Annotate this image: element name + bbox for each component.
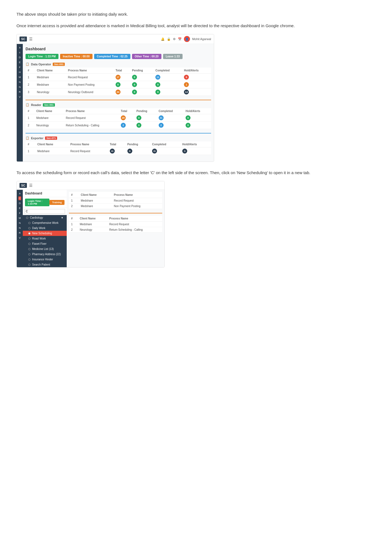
sidebar2-d[interactable]: D [18,201,21,205]
row-completed: 0 [153,81,182,88]
sidebar2-r[interactable]: R [18,231,21,235]
row-client: Medshare [35,74,66,81]
row-total: 17 [113,74,130,81]
sidebar-n2[interactable]: N [18,85,21,89]
reader-table-2: # Client Name Process Name 1 Medshare Re… [69,216,162,233]
row-process[interactable]: Record Request [64,114,119,122]
search-patient-label: Search Patient [32,263,50,266]
dropdown-comprehensive[interactable]: Comprehensive Work [23,220,67,225]
row-process: Non Payment Posting [112,204,162,209]
hold-badge: 14 [184,90,189,94]
dropdown-road-work[interactable]: Road Work [23,236,67,241]
sidebar2-v[interactable]: V [18,236,21,240]
table-header-row-2: # Client Name Process Name Total Pending… [26,108,211,114]
dropdown-pharmacy[interactable]: Pharmacy Address (22) [23,252,67,257]
sidebar-f[interactable]: F [18,65,21,69]
sidebar2-n2[interactable]: N [18,226,21,230]
radio-fiaset [28,243,30,245]
row-process[interactable]: Non Payment Posting [66,81,113,88]
user-avatar[interactable]: 👤 [184,36,190,42]
daily-label: Daily Work [32,227,45,230]
header-right: 🔔 🔒 ⚙ 📅 👤 Mohit Agarwal [161,36,211,42]
calendar-icon[interactable]: 📅 [178,37,182,41]
sidebar2-c[interactable]: C [18,196,21,200]
row-total: m [108,147,125,155]
search-input[interactable] [24,209,65,214]
row-process[interactable]: Record Request [66,74,113,81]
col-completed: Completed [150,141,180,147]
radio-pharmacy [28,253,30,255]
row-process[interactable]: Record Request [107,222,162,227]
training-badge: Training [49,200,65,205]
completed-badge: 0 [155,82,160,87]
completed-time-badge: Completed Time : 02:25 [94,54,130,59]
row-completed: m [150,147,180,155]
row-process[interactable]: Record Request [112,198,162,204]
row-process[interactable]: Return Scheduling - Calling [64,122,119,129]
total-badge: m [110,149,115,154]
row-hold: 0 [183,122,211,129]
dropdown-medicine[interactable]: Medicine List (13) [23,246,67,252]
bell-icon[interactable]: 🔔 [161,37,165,41]
sidebar-m[interactable]: M [18,75,21,79]
row-process[interactable]: Neurology Outbound [66,88,113,96]
dropdown-daily[interactable]: Daily Work [23,225,67,231]
dashboard-title-1: Dashboard [26,47,211,51]
sidebar-e[interactable]: E [18,60,21,64]
row-process[interactable]: Return Scheduling - Calling [107,227,162,233]
row-num: 1 [26,74,35,81]
row-pending: n [125,147,150,155]
sidebar-r[interactable]: R [18,90,21,94]
doc-icon-2: 📋 [26,103,29,107]
intro-paragraph-2: Once internet access is provided and att… [16,23,376,29]
settings-icon[interactable]: ⚙ [173,37,176,41]
col-total: Total [119,108,134,114]
hamburger-icon[interactable]: ☰ [29,37,33,41]
dropdown-insurance[interactable]: Insurance Hinder [23,257,67,262]
sidebar-a[interactable]: a [18,46,21,49]
sidebar-n1[interactable]: N [18,80,21,84]
total-badge: 17 [116,75,121,80]
sidebar-c[interactable]: c [19,51,21,54]
lock-icon[interactable]: 🔒 [167,37,171,41]
col-process: Process Name [68,141,108,147]
col-process: Process Name [66,68,113,74]
sidebar2-a[interactable]: a [18,191,21,195]
pending-badge: n [127,149,132,154]
completed-badge: 0 [155,90,160,94]
total-badge: 2 [121,123,126,128]
dash-main-1: Dashboard Login Time : 1:33 PM Inactive … [23,44,214,161]
dropdown-new-scheduling[interactable]: New Scheduling [23,231,67,236]
sec-badge-3: Sec-071 [45,137,57,140]
row-num: 2 [26,122,34,129]
dropdown-search-patient[interactable]: Search Patient [23,262,67,267]
sidebar2-e[interactable]: E [18,206,21,210]
hamburger-icon-2[interactable]: ☰ [29,183,33,188]
col-total: Total [108,141,125,147]
completed-badge: 2 [159,123,164,128]
insurance-label: Insurance Hinder [32,258,53,261]
col-client: Client Name [35,68,66,74]
sidebar-h[interactable]: H [18,70,21,74]
pending-badge: 0 [132,82,137,87]
row-hold: 14 [182,88,211,96]
table-row: 1 Medshare Record Request [69,198,162,204]
row-client: Medshare [35,147,68,155]
row-process[interactable]: Record Request [68,147,108,155]
row-hold: n [180,147,211,155]
divider-1 [26,100,211,100]
dropdown-cardiology-group[interactable]: Cardiology ▼ [23,215,67,220]
sidebar-v[interactable]: V [18,95,21,99]
row-total: 0 [113,81,130,88]
sidebar2-m[interactable]: M [18,216,21,220]
sidebar-d[interactable]: D [18,55,21,59]
dropdown-fiaset[interactable]: Fiaset Fixer [23,241,67,246]
table-header-2b: # Client Name Process Name [69,216,162,222]
sc-logo: SC [19,37,27,41]
other-time-badge: Other Time : 00:20 [132,54,161,59]
col-num: # [26,68,35,74]
sidebar2-n1[interactable]: N [18,221,21,225]
sidebar2-f[interactable]: F [18,211,21,215]
row-client: Medshare [77,222,107,227]
left-sidebar-1: a c D E F H M N N R V [17,44,23,161]
